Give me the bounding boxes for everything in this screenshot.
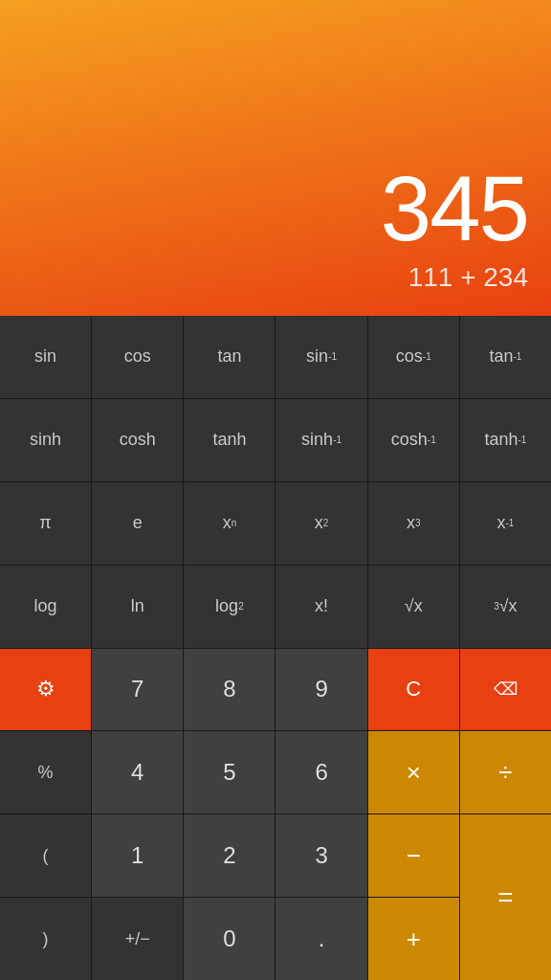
expression-display: 111 + 234 <box>408 262 528 293</box>
sin-button[interactable]: sin <box>0 316 91 398</box>
x3-button[interactable]: x3 <box>368 482 459 565</box>
add-button[interactable]: + <box>368 898 459 980</box>
multiply-button[interactable]: × <box>368 731 459 813</box>
key-5[interactable]: 5 <box>184 731 275 813</box>
cos-button[interactable]: cos <box>92 316 183 398</box>
key-dot[interactable]: . <box>276 898 366 980</box>
cos-inv-button[interactable]: cos-1 <box>368 316 459 398</box>
key-2[interactable]: 2 <box>184 814 275 897</box>
cbrt-button[interactable]: 3√x <box>460 566 551 648</box>
gear-icon: ⚙ <box>36 677 55 702</box>
tan-inv-button[interactable]: tan-1 <box>460 316 551 398</box>
key-6[interactable]: 6 <box>276 731 366 813</box>
key-9[interactable]: 9 <box>276 649 366 731</box>
sinh-inv-button[interactable]: sinh-1 <box>276 399 366 481</box>
x-inv-button[interactable]: x-1 <box>460 482 551 565</box>
tanh-inv-button[interactable]: tanh-1 <box>460 399 551 481</box>
open-paren-button[interactable]: ( <box>0 814 91 897</box>
factorial-button[interactable]: x! <box>276 566 366 648</box>
key-3[interactable]: 3 <box>276 814 366 897</box>
sin-inv-button[interactable]: sin-1 <box>276 316 366 398</box>
backspace-icon: ⌫ <box>494 679 518 700</box>
sinh-button[interactable]: sinh <box>0 399 91 481</box>
log2-button[interactable]: log2 <box>184 566 275 648</box>
key-4[interactable]: 4 <box>92 731 183 813</box>
percent-button[interactable]: % <box>0 731 91 813</box>
settings-button[interactable]: ⚙ <box>0 649 91 731</box>
cosh-inv-button[interactable]: cosh-1 <box>368 399 459 481</box>
ln-button[interactable]: ln <box>92 566 183 648</box>
equals-button[interactable]: = <box>460 814 551 980</box>
log-button[interactable]: log <box>0 566 91 648</box>
key-0[interactable]: 0 <box>184 898 275 980</box>
key-7[interactable]: 7 <box>92 649 183 731</box>
key-1[interactable]: 1 <box>92 814 183 897</box>
subtract-button[interactable]: − <box>368 814 459 897</box>
result-display: 345 <box>381 163 528 255</box>
keypad: sin cos tan sin-1 cos-1 tan-1 sinh cosh … <box>0 316 551 980</box>
display-area: 345 111 + 234 <box>0 0 551 316</box>
tanh-button[interactable]: tanh <box>184 399 275 481</box>
close-paren-button[interactable]: ) <box>0 898 91 980</box>
backspace-button[interactable]: ⌫ <box>460 649 551 731</box>
e-button[interactable]: e <box>92 482 183 565</box>
sqrt-button[interactable]: √x <box>368 566 459 648</box>
x2-button[interactable]: x2 <box>276 482 366 565</box>
negate-button[interactable]: +/− <box>92 898 183 980</box>
key-8[interactable]: 8 <box>184 649 275 731</box>
clear-button[interactable]: C <box>368 649 459 731</box>
pi-button[interactable]: π <box>0 482 91 565</box>
tan-button[interactable]: tan <box>184 316 275 398</box>
xn-button[interactable]: xn <box>184 482 275 565</box>
divide-button[interactable]: ÷ <box>460 731 551 813</box>
cosh-button[interactable]: cosh <box>92 399 183 481</box>
